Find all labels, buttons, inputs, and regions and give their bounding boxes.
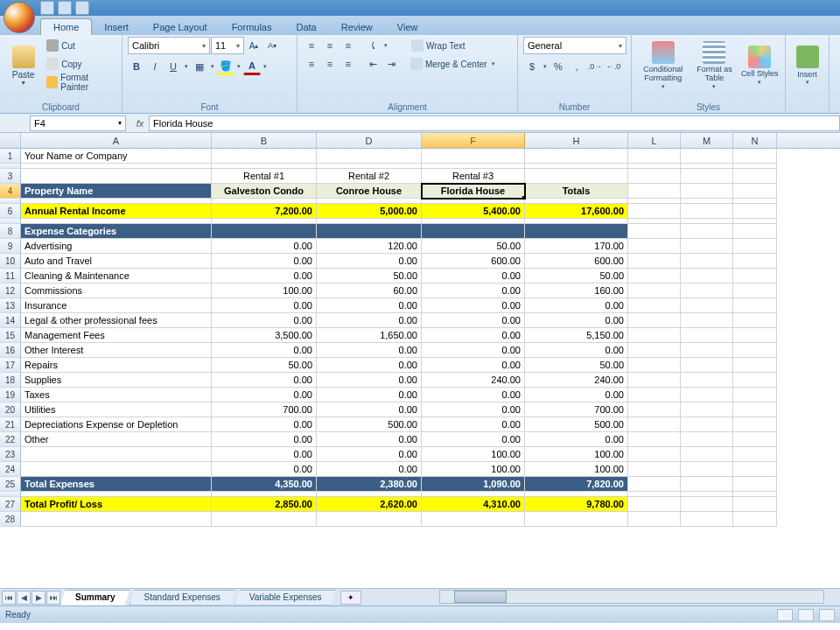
cell[interactable]	[733, 184, 777, 199]
cell[interactable]	[733, 254, 777, 269]
row-header[interactable]: 13	[0, 298, 21, 313]
cell[interactable]	[628, 184, 681, 199]
cell[interactable]	[733, 462, 777, 477]
cell[interactable]: 0.00	[212, 298, 317, 313]
cell[interactable]	[628, 512, 681, 527]
cell[interactable]: 240.00	[525, 373, 628, 388]
cell[interactable]: 500.00	[317, 417, 422, 432]
cell[interactable]	[733, 373, 777, 388]
align-bottom-button[interactable]: ≡	[340, 37, 357, 54]
cell[interactable]	[681, 432, 733, 447]
cell[interactable]: Other Interest	[21, 343, 212, 358]
fx-icon[interactable]: fx	[131, 116, 149, 131]
cell[interactable]: 100.00	[525, 462, 628, 477]
cell[interactable]	[628, 373, 681, 388]
cell[interactable]	[733, 149, 777, 164]
worksheet-grid[interactable]: 1Your Name or Company3Rental #1Rental #2…	[0, 149, 840, 588]
tab-data[interactable]: Data	[284, 19, 328, 35]
cell[interactable]: 0.00	[212, 462, 317, 477]
cell[interactable]: Repairs	[21, 358, 212, 373]
cell[interactable]: Management Fees	[21, 328, 212, 343]
cell[interactable]: 7,200.00	[212, 204, 317, 219]
cell[interactable]: 0.00	[317, 447, 422, 462]
cell[interactable]: 0.00	[212, 343, 317, 358]
row-header[interactable]: 27	[0, 497, 21, 512]
new-sheet-icon[interactable]: ✦	[340, 591, 361, 605]
cell[interactable]: 0.00	[422, 284, 525, 298]
cell[interactable]	[681, 373, 733, 388]
cell[interactable]: 0.00	[317, 343, 422, 358]
cell[interactable]: 0.00	[422, 432, 525, 447]
copy-button[interactable]: Copy	[45, 55, 116, 73]
cell[interactable]	[681, 512, 733, 527]
qat-undo-icon[interactable]	[58, 1, 72, 15]
cell[interactable]	[21, 447, 212, 462]
cell[interactable]: 0.00	[212, 313, 317, 328]
cell[interactable]: Advertising	[21, 239, 212, 254]
horizontal-scrollbar[interactable]	[439, 590, 824, 604]
cell[interactable]	[525, 149, 628, 164]
cell[interactable]: 9,780.00	[525, 497, 628, 512]
cell[interactable]	[628, 497, 681, 512]
cell[interactable]: 2,620.00	[317, 497, 422, 512]
cell[interactable]	[733, 284, 777, 298]
row-header[interactable]: 8	[0, 224, 21, 239]
paste-button[interactable]: Paste ▼	[5, 37, 41, 94]
page-layout-view-icon[interactable]	[798, 609, 814, 621]
row-header[interactable]: 22	[0, 432, 21, 447]
italic-button[interactable]: I	[146, 58, 164, 75]
cell[interactable]: 0.00	[525, 432, 628, 447]
cell[interactable]	[628, 149, 681, 164]
cell[interactable]	[733, 204, 777, 219]
cell[interactable]	[212, 224, 317, 239]
decrease-indent-button[interactable]: ⇤	[364, 55, 382, 73]
align-left-button[interactable]: ≡	[303, 55, 320, 73]
cell[interactable]	[733, 497, 777, 512]
cell[interactable]: 2,380.00	[317, 477, 422, 492]
cell[interactable]	[681, 239, 733, 254]
tab-formulas[interactable]: Formulas	[220, 19, 284, 35]
sheet-tab-variable[interactable]: Variable Expenses	[234, 590, 337, 606]
shrink-font-button[interactable]: A▾	[263, 37, 281, 54]
row-header[interactable]: 4	[0, 184, 21, 199]
cell[interactable]: 0.00	[525, 313, 628, 328]
cell[interactable]	[628, 462, 681, 477]
normal-view-icon[interactable]	[777, 609, 793, 621]
tab-review[interactable]: Review	[329, 19, 385, 35]
cell[interactable]: 600.00	[422, 254, 525, 269]
cell[interactable]: 5,000.00	[317, 204, 422, 219]
cell[interactable]	[628, 402, 681, 417]
chevron-down-icon[interactable]: ▾	[183, 58, 190, 75]
cell[interactable]: Utilities	[21, 402, 212, 417]
cell[interactable]: 0.00	[317, 388, 422, 402]
cell[interactable]	[733, 447, 777, 462]
chevron-down-icon[interactable]: ▾	[542, 58, 549, 75]
cell[interactable]: 0.00	[212, 373, 317, 388]
cell[interactable]	[681, 477, 733, 492]
cell[interactable]: 0.00	[422, 313, 525, 328]
cell[interactable]: Conroe House	[317, 184, 422, 199]
cell[interactable]: Totals	[525, 184, 628, 199]
row-header[interactable]: 1	[0, 149, 21, 164]
increase-decimal-button[interactable]: .0→	[586, 58, 604, 75]
cell[interactable]: Auto and Travel	[21, 254, 212, 269]
cell[interactable]	[681, 328, 733, 343]
row-header[interactable]: 10	[0, 254, 21, 269]
cell[interactable]: 0.00	[317, 313, 422, 328]
cell[interactable]: 0.00	[525, 298, 628, 313]
cell[interactable]	[681, 204, 733, 219]
page-break-view-icon[interactable]	[819, 609, 835, 621]
cell-styles-button[interactable]: Cell Styles▾	[739, 37, 780, 94]
cell[interactable]	[628, 204, 681, 219]
underline-button[interactable]: U	[164, 58, 182, 75]
tab-page-layout[interactable]: Page Layout	[141, 19, 220, 35]
conditional-formatting-button[interactable]: Conditional Formatting▾	[637, 37, 690, 94]
col-header-f[interactable]: F	[422, 133, 525, 148]
cell[interactable]: Depreciations Expense or Depletion	[21, 417, 212, 432]
cell[interactable]	[525, 512, 628, 527]
cell[interactable]	[212, 512, 317, 527]
cell[interactable]	[628, 358, 681, 373]
wrap-text-button[interactable]: Wrap Text	[409, 37, 499, 54]
row-header[interactable]: 6	[0, 204, 21, 219]
col-header-d[interactable]: D	[317, 133, 422, 148]
